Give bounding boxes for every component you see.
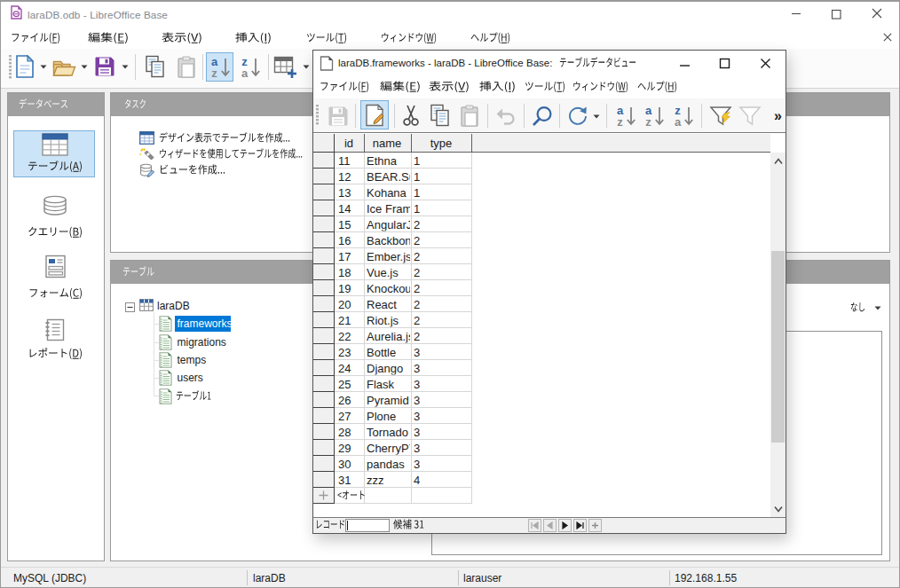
svg-text:z: z bbox=[211, 67, 217, 80]
svg-text:z: z bbox=[617, 115, 623, 129]
svg-text:a: a bbox=[241, 67, 249, 80]
svg-text:z: z bbox=[645, 115, 651, 129]
svg-text:a: a bbox=[675, 115, 682, 129]
